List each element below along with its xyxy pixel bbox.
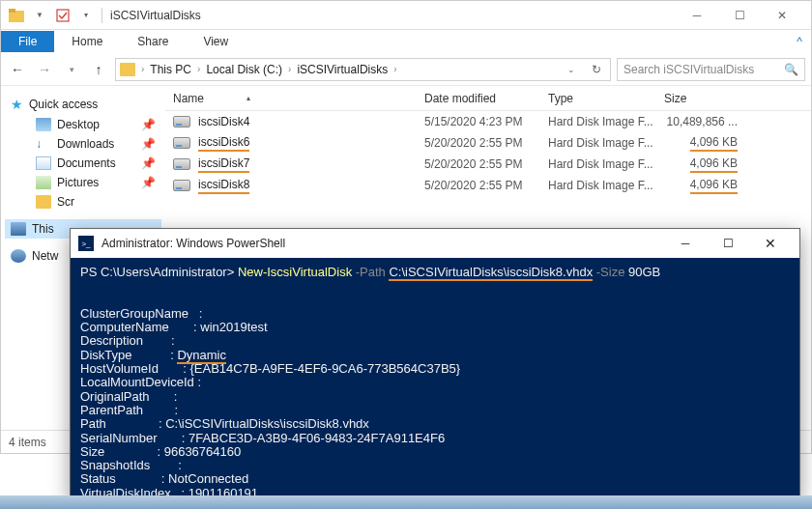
ps-out-line: SerialNumber : 7FABCE3D-A3B9-4F06-9483-2…: [80, 431, 445, 445]
minimize-button[interactable]: ─: [664, 230, 707, 257]
maximize-button[interactable]: ☐: [707, 230, 749, 257]
column-size[interactable]: Size: [656, 92, 753, 105]
download-icon: [36, 137, 51, 151]
ps-out-line: SnapshotIds :: [80, 458, 185, 472]
network-icon: [11, 249, 26, 263]
sidebar-pictures[interactable]: Pictures📌: [5, 173, 161, 192]
addr-dropdown-icon[interactable]: ⌄: [562, 65, 581, 74]
column-type[interactable]: Type: [540, 92, 656, 105]
ps-value-size: 90GB: [628, 265, 660, 279]
close-button[interactable]: ✕: [761, 2, 803, 29]
pin-icon: 📌: [141, 118, 156, 131]
file-row[interactable]: iscsiDisk7 5/20/2020 2:55 PM Hard Disk I…: [165, 154, 811, 175]
item-count: 4 items: [9, 436, 46, 449]
ribbon-tabs: File Home Share View ^: [1, 30, 811, 53]
ps-param-size: -Size: [593, 265, 628, 279]
ribbon-file-tab[interactable]: File: [1, 31, 54, 52]
ribbon-share-tab[interactable]: Share: [120, 31, 186, 52]
back-button[interactable]: ←: [7, 59, 28, 80]
ps-out-line: Path : C:\iSCSIVirtualDisks\iscsiDisk8.v…: [80, 416, 369, 431]
ribbon-home-tab[interactable]: Home: [54, 31, 120, 52]
ribbon-view-tab[interactable]: View: [186, 31, 246, 52]
chevron-right-icon[interactable]: ›: [393, 64, 396, 74]
disk-icon: [173, 116, 190, 127]
svg-rect-1: [9, 9, 15, 13]
file-row[interactable]: iscsiDisk6 5/20/2020 2:55 PM Hard Disk I…: [165, 132, 811, 154]
file-row[interactable]: iscsiDisk8 5/20/2020 2:55 PM Hard Disk I…: [165, 175, 811, 196]
file-size: 10,489,856 ...: [656, 115, 753, 128]
explorer-titlebar: ▼ ▾ iSCSIVirtualDisks ─ ☐ ✕: [1, 1, 811, 30]
powershell-window: >_ Administrator: Windows PowerShell ─ ☐…: [70, 228, 800, 498]
taskbar-sliver: [0, 495, 812, 509]
disk-icon: [173, 158, 190, 170]
minimize-button[interactable]: ─: [676, 2, 718, 29]
sidebar-folder-scr[interactable]: Scr: [5, 192, 161, 212]
sort-asc-icon: ▴: [246, 94, 250, 102]
address-bar[interactable]: › This PC › Local Disk (C:) › iSCSIVirtu…: [115, 58, 611, 81]
sidebar-quick-access[interactable]: ★Quick access: [5, 94, 161, 115]
file-type: Hard Disk Image F...: [540, 136, 656, 150]
file-type: Hard Disk Image F...: [540, 115, 656, 128]
file-size: 4,096 KB: [690, 178, 738, 194]
pictures-icon: [36, 176, 51, 189]
pc-icon: [11, 222, 26, 236]
maximize-button[interactable]: ☐: [718, 2, 761, 29]
pin-icon: 📌: [141, 137, 156, 151]
sidebar-item-label: Netw: [32, 249, 58, 263]
column-date[interactable]: Date modified: [417, 92, 540, 105]
column-headers: Name▴ Date modified Type Size: [165, 86, 811, 111]
powershell-titlebar: >_ Administrator: Windows PowerShell ─ ☐…: [71, 229, 799, 258]
folder-icon[interactable]: [9, 8, 24, 23]
svg-rect-2: [57, 10, 69, 21]
chevron-right-icon[interactable]: ›: [197, 64, 200, 74]
refresh-icon[interactable]: ↻: [587, 63, 606, 76]
chevron-right-icon[interactable]: ›: [288, 64, 291, 74]
file-type: Hard Disk Image F...: [540, 157, 656, 171]
sidebar-documents[interactable]: Documents📌: [5, 154, 161, 173]
sidebar-item-label: Desktop: [57, 118, 100, 131]
pin-icon: 📌: [141, 156, 156, 170]
breadcrumb-folder[interactable]: iSCSIVirtualDisks: [297, 63, 388, 76]
ps-out-line: Size : 96636764160: [80, 444, 241, 459]
up-button[interactable]: ↑: [88, 59, 109, 80]
sidebar-item-label: Documents: [57, 156, 116, 170]
qat-more-icon[interactable]: ▾: [78, 8, 94, 23]
document-icon: [36, 156, 51, 170]
file-date: 5/20/2020 2:55 PM: [417, 157, 540, 171]
ps-out-line: OriginalPath :: [80, 389, 181, 404]
search-input[interactable]: Search iSCSIVirtualDisks 🔍: [617, 58, 805, 81]
sidebar-downloads[interactable]: Downloads📌: [5, 134, 161, 154]
ribbon-expand-icon[interactable]: ^: [788, 35, 811, 48]
ps-cmdlet: New-IscsiVirtualDisk: [238, 265, 352, 279]
ps-prompt: PS C:\Users\Administrator>: [80, 265, 238, 279]
ps-out-line: HostVolumeId : {EAB14C7B-A9FE-4EF6-9CA6-…: [80, 361, 460, 376]
ps-out-line: Status : NotConnected: [80, 471, 248, 486]
powershell-console[interactable]: PS C:\Users\Administrator> New-IscsiVirt…: [71, 258, 799, 508]
folder-icon: [120, 63, 135, 76]
file-date: 5/20/2020 2:55 PM: [417, 136, 540, 150]
nav-toolbar: ← → ▾ ↑ › This PC › Local Disk (C:) › iS…: [1, 53, 811, 86]
ps-out-line: ComputerName : win2019test: [80, 320, 268, 334]
column-name[interactable]: Name▴: [165, 92, 417, 105]
close-button[interactable]: ✕: [749, 230, 792, 257]
powershell-icon: >_: [78, 236, 94, 251]
breadcrumb-localdisk[interactable]: Local Disk (C:): [206, 63, 282, 76]
file-type: Hard Disk Image F...: [540, 179, 656, 192]
file-row[interactable]: iscsiDisk4 5/15/2020 4:23 PM Hard Disk I…: [165, 111, 811, 132]
file-date: 5/15/2020 4:23 PM: [417, 115, 540, 128]
file-size: 4,096 KB: [690, 156, 738, 173]
powershell-title: Administrator: Windows PowerShell: [102, 237, 664, 250]
sidebar-desktop[interactable]: Desktop📌: [5, 115, 161, 134]
disk-icon: [173, 137, 190, 149]
history-dropdown-icon[interactable]: ▾: [61, 59, 82, 80]
qat-dropdown-icon[interactable]: ▼: [32, 8, 47, 23]
file-date: 5/20/2020 2:55 PM: [417, 179, 540, 192]
chevron-right-icon[interactable]: ›: [141, 64, 144, 74]
ps-value-path: C:\iSCSIVirtualDisks\iscsiDisk8.vhdx: [389, 265, 593, 281]
sidebar-item-label: Downloads: [57, 137, 114, 151]
checkbox-icon[interactable]: [55, 8, 71, 23]
sidebar-item-label: This: [32, 222, 54, 236]
search-icon[interactable]: 🔍: [784, 63, 798, 76]
forward-button[interactable]: →: [34, 59, 55, 80]
breadcrumb-this-pc[interactable]: This PC: [150, 63, 191, 76]
